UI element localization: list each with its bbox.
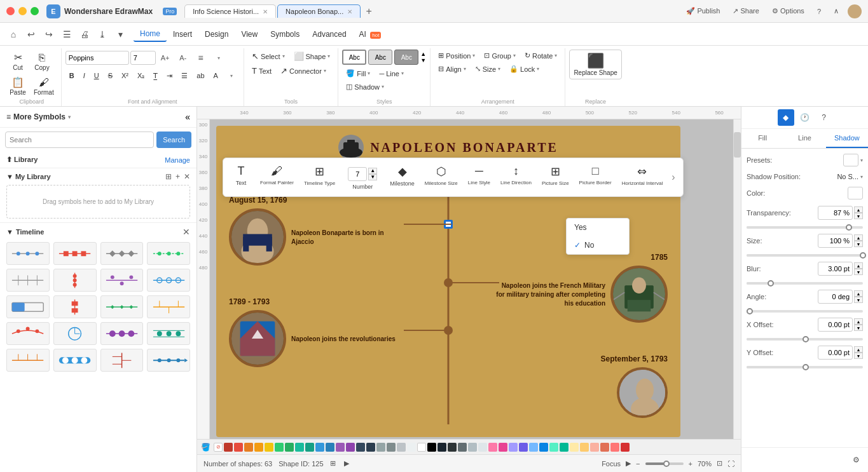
color-light-2[interactable]: [478, 443, 487, 452]
y-offset-slider[interactable]: [747, 366, 863, 368]
clear-format-button[interactable]: T̲: [149, 70, 162, 82]
angle-input[interactable]: [818, 290, 853, 304]
color-green-2[interactable]: [285, 443, 294, 452]
color-gray-5[interactable]: [468, 443, 477, 452]
color-blue-1[interactable]: [315, 443, 324, 452]
vertical-scrollbar[interactable]: [733, 119, 741, 439]
publish-button[interactable]: 🚀 Publish: [682, 5, 724, 17]
tab-line[interactable]: Line: [783, 129, 825, 148]
indent-button[interactable]: ⇥: [163, 70, 176, 82]
dropdown-item-yes[interactable]: Yes: [567, 219, 629, 236]
presets-swatch[interactable]: [843, 154, 858, 166]
format-painter-button[interactable]: 🖌Format: [31, 75, 57, 98]
menu-insert[interactable]: Insert: [167, 27, 198, 41]
strikethrough-button[interactable]: S: [104, 70, 116, 81]
angle-down[interactable]: ▼: [854, 297, 863, 303]
color-salmon[interactable]: [590, 443, 599, 452]
ft-line-style-button[interactable]: ─ Line Style: [464, 162, 494, 188]
layers-expand[interactable]: ▶: [344, 459, 349, 468]
timeline-template-16[interactable]: [147, 322, 190, 345]
align-dropdown[interactable]: ▾: [210, 50, 227, 66]
align-button[interactable]: ≡: [193, 50, 209, 66]
ft-picture-size-button[interactable]: ⊞ Picture Size: [538, 162, 573, 189]
x-offset-up[interactable]: ▲: [854, 318, 863, 325]
menu-advanced[interactable]: Advanced: [306, 27, 352, 41]
color-swatch[interactable]: [848, 187, 863, 199]
close-button[interactable]: [6, 7, 15, 15]
color-gray-3[interactable]: [397, 443, 406, 452]
menu-symbols[interactable]: Symbols: [264, 27, 306, 41]
redo-button[interactable]: ↪: [41, 26, 57, 43]
color-coral[interactable]: [600, 443, 609, 452]
timeline-template-3[interactable]: [100, 242, 144, 265]
align-tool-button[interactable]: ⊟Align▾: [434, 63, 469, 75]
color-sky[interactable]: [529, 443, 538, 452]
size-down[interactable]: ▼: [854, 241, 863, 247]
timeline-template-12[interactable]: [147, 295, 190, 318]
maximize-button[interactable]: [31, 7, 39, 15]
select-button[interactable]: ↖ Select ▾: [248, 50, 289, 63]
color-dark-2[interactable]: [366, 443, 375, 452]
zoom-slider-thumb[interactable]: [663, 461, 670, 467]
timeline-close-button[interactable]: ✕: [183, 227, 190, 237]
blur-slider-thumb[interactable]: [768, 280, 774, 287]
color-transparent[interactable]: ⊘: [214, 443, 223, 452]
shadow-position-dropdown[interactable]: ▾: [860, 174, 863, 180]
ft-format-painter-button[interactable]: 🖌 Format Painter: [256, 162, 298, 188]
fullscreen-button[interactable]: ⛶: [727, 460, 734, 468]
blur-slider[interactable]: [747, 282, 863, 285]
transparency-input[interactable]: [818, 206, 853, 220]
color-teal-1[interactable]: [295, 443, 304, 452]
color-indigo[interactable]: [519, 443, 528, 452]
connector-button[interactable]: ↗ Connector ▾: [277, 64, 330, 78]
home-icon[interactable]: ⌂: [5, 26, 22, 43]
size-slider[interactable]: [747, 254, 863, 257]
angle-up[interactable]: ▲: [854, 290, 863, 297]
font-size-input[interactable]: [130, 51, 156, 65]
italic-button[interactable]: I: [79, 70, 89, 81]
color-lavender[interactable]: [509, 443, 518, 452]
undo-button[interactable]: ↩: [23, 26, 39, 43]
transparency-up[interactable]: ▲: [854, 206, 863, 213]
fit-button[interactable]: ⊡: [717, 459, 722, 468]
color-purple-2[interactable]: [346, 443, 355, 452]
menu-home[interactable]: Home: [134, 27, 167, 42]
collapse-button[interactable]: ∧: [830, 5, 843, 17]
timeline-template-10[interactable]: [53, 295, 97, 318]
paste-button[interactable]: 📋Paste: [6, 74, 29, 98]
x-offset-input[interactable]: [818, 318, 853, 332]
size-input[interactable]: [818, 234, 853, 248]
ft-text-button[interactable]: T Text: [228, 162, 254, 189]
font-size-up[interactable]: A+: [157, 50, 174, 66]
color-dark-4[interactable]: [448, 443, 457, 452]
timeline-template-4[interactable]: [147, 242, 190, 265]
menu-ai[interactable]: AI hot: [353, 27, 388, 41]
manage-button[interactable]: Manage: [165, 156, 190, 164]
print-button[interactable]: 🖨: [76, 26, 93, 43]
y-offset-down[interactable]: ▼: [854, 353, 863, 359]
timeline-template-7[interactable]: [100, 269, 144, 292]
timeline-template-13[interactable]: [6, 322, 50, 345]
timeline-template-9[interactable]: [6, 295, 50, 318]
bold-button[interactable]: B: [65, 70, 78, 81]
group-button[interactable]: ⊡Group▾: [480, 50, 520, 62]
x-offset-slider-thumb[interactable]: [803, 336, 809, 342]
tab-close-icon[interactable]: ✕: [263, 8, 268, 15]
timeline-template-17[interactable]: [6, 349, 50, 372]
tab-fill[interactable]: Fill: [741, 129, 783, 148]
color-dark-3[interactable]: [437, 443, 446, 452]
help-button[interactable]: ?: [813, 6, 825, 17]
tab-shadow[interactable]: Shadow: [826, 129, 868, 148]
list-button[interactable]: ☰: [177, 70, 191, 82]
color-purple-1[interactable]: [336, 443, 345, 452]
color-teal-2[interactable]: [305, 443, 314, 452]
font-color-button[interactable]: A: [210, 70, 222, 81]
timeline-template-20[interactable]: [147, 349, 190, 372]
timeline-template-19[interactable]: [100, 349, 144, 372]
ft-number-input[interactable]: [348, 167, 367, 181]
settings-gear-icon[interactable]: ⚙: [848, 452, 864, 468]
sidebar-collapse-button[interactable]: «: [185, 112, 190, 122]
superscript-button[interactable]: X²: [118, 70, 132, 81]
color-cream[interactable]: [570, 443, 579, 452]
panel-question-icon[interactable]: ?: [816, 109, 832, 126]
